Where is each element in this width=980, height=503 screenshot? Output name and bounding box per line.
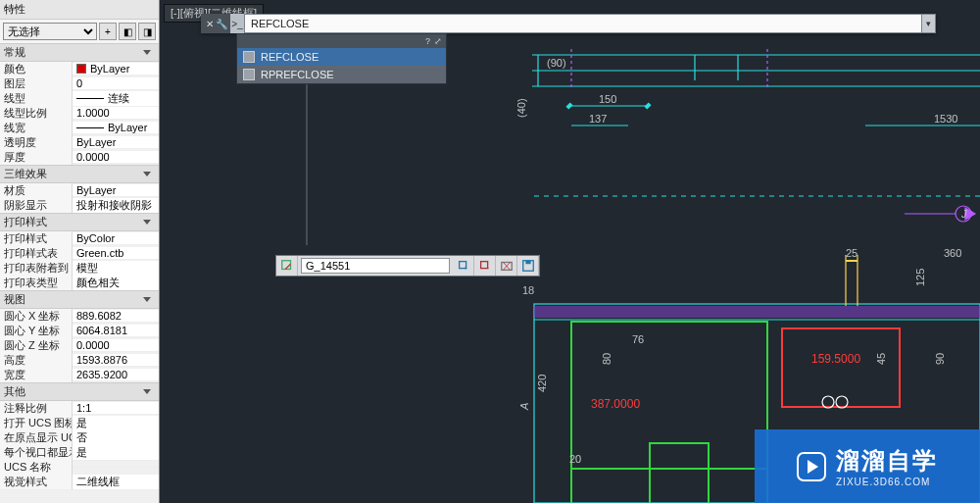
prop-name: 圆心 Z 坐标 — [0, 338, 73, 354]
lineweight-icon — [76, 127, 104, 128]
expand-icon[interactable]: ⤢ — [434, 36, 442, 46]
prop-value[interactable]: ByLayer — [73, 136, 159, 149]
category-label: 三维效果 — [4, 167, 47, 181]
prop-value[interactable]: 1593.8876 — [73, 354, 159, 367]
svg-rect-52 — [525, 261, 530, 265]
prop-value[interactable]: 0.0000 — [73, 339, 159, 352]
prop-value[interactable]: 2635.9200 — [73, 369, 159, 381]
prop-name: 高度 — [0, 353, 73, 369]
svg-rect-22 — [534, 306, 980, 318]
refedit-toolbar[interactable]: + − — [275, 255, 540, 277]
refedit-edit-button[interactable] — [276, 256, 298, 276]
svg-text:125: 125 — [914, 269, 926, 286]
close-icon[interactable]: ✕ — [206, 19, 214, 29]
category-label: 常规 — [4, 45, 25, 60]
pickadd-toggle-button[interactable]: ◧ — [119, 23, 136, 40]
svg-text:−: − — [485, 265, 489, 272]
refedit-remove-button[interactable]: − — [474, 256, 496, 276]
drawing-canvas[interactable]: [-][俯视][二维线框] 150 137 — [160, 0, 980, 503]
svg-text:25: 25 — [846, 247, 858, 259]
category-label: 其他 — [4, 384, 25, 399]
svg-rect-20 — [571, 322, 767, 469]
prop-name: 在原点显示 UC... — [0, 430, 73, 446]
prop-name: 打印样式 — [0, 231, 73, 247]
prop-value[interactable]: 0.0000 — [73, 151, 159, 164]
prop-name: 打印表类型 — [0, 276, 73, 291]
quick-select-button[interactable]: + — [99, 23, 117, 40]
prop-value[interactable]: ByLayer — [73, 122, 159, 134]
svg-text:360: 360 — [944, 247, 961, 259]
svg-text:A: A — [518, 403, 530, 411]
prop-value[interactable]: ByLayer — [73, 63, 159, 75]
wrench-icon[interactable]: 🔧 — [216, 19, 227, 29]
prop-value[interactable]: 模型 — [73, 261, 159, 277]
prop-name: 颜色 — [0, 62, 73, 77]
prop-value[interactable]: 投射和接收阴影 — [73, 198, 159, 214]
linetype-icon — [76, 98, 104, 99]
prop-value[interactable]: 连续 — [73, 91, 159, 107]
suggestion-item[interactable]: RPREFCLOSE — [237, 66, 446, 83]
svg-text:(40): (40) — [515, 98, 527, 118]
prop-name: 透明度 — [0, 135, 73, 151]
category-view[interactable]: 视图 — [0, 290, 159, 309]
category-label: 打印样式 — [4, 215, 47, 229]
selection-dropdown[interactable]: 无选择 — [3, 23, 97, 40]
prop-name: 打开 UCS 图标 — [0, 416, 73, 431]
suggestion-item[interactable]: REFCLOSE — [237, 48, 446, 66]
prop-name: 材质 — [0, 183, 73, 199]
prop-value[interactable]: 是 — [73, 416, 159, 431]
properties-palette: 特性 无选择 + ◧ ◨ 常规 颜色ByLayer 图层0 线型连续 线型比例1… — [0, 0, 160, 503]
chevron-down-icon — [143, 172, 151, 176]
svg-rect-44 — [644, 102, 651, 109]
prop-value[interactable]: 1.0000 — [73, 107, 159, 120]
prop-name: 厚度 — [0, 150, 73, 166]
prop-value[interactable]: 否 — [73, 430, 159, 446]
prop-value[interactable]: 889.6082 — [73, 310, 159, 323]
help-icon[interactable]: ? — [425, 36, 430, 46]
prop-name: 打印表附着到 — [0, 261, 73, 277]
svg-text:+: + — [464, 265, 467, 272]
command-history-dropdown[interactable]: ▾ — [922, 14, 936, 33]
svg-text:420: 420 — [536, 375, 548, 392]
svg-text:1530: 1530 — [934, 113, 957, 125]
category-misc[interactable]: 其他 — [0, 382, 159, 401]
command-icon — [243, 69, 255, 80]
palette-title: 特性 — [0, 0, 159, 20]
refedit-save-button[interactable] — [517, 256, 539, 276]
prop-value[interactable]: 颜色相关 — [73, 276, 159, 291]
watermark-url: ZIXUE.3D66.COM — [836, 477, 938, 487]
prop-value[interactable]: 0 — [73, 77, 159, 90]
prop-value[interactable]: Green.ctb — [73, 247, 159, 260]
category-3d[interactable]: 三维效果 — [0, 165, 159, 183]
svg-text:90: 90 — [934, 353, 946, 365]
prop-value[interactable]: ByColor — [73, 232, 159, 245]
refedit-layer-input[interactable] — [301, 258, 450, 274]
prop-value[interactable]: 6064.8181 — [73, 325, 159, 337]
prop-name: 注释比例 — [0, 401, 73, 417]
command-bar-handle[interactable]: ✕ 🔧 — [201, 14, 230, 33]
chevron-down-icon — [143, 297, 151, 302]
prop-name: 阴影显示 — [0, 198, 73, 214]
prop-value[interactable]: 是 — [73, 445, 159, 461]
color-swatch-icon — [76, 64, 86, 74]
command-icon — [243, 51, 255, 63]
svg-text:(90): (90) — [547, 57, 566, 69]
prop-name: 视觉样式 — [0, 475, 73, 490]
category-general[interactable]: 常规 — [0, 43, 159, 62]
svg-text:80: 80 — [601, 353, 612, 365]
prop-value[interactable]: 二维线框 — [73, 475, 159, 490]
prop-name: 线型比例 — [0, 106, 73, 122]
svg-text:20: 20 — [569, 453, 581, 465]
command-input[interactable] — [244, 14, 922, 33]
refedit-add-button[interactable]: + — [453, 256, 474, 276]
selection-row: 无选择 + ◧ ◨ — [0, 20, 159, 43]
prop-name: 打印样式表 — [0, 246, 73, 262]
select-objects-button[interactable]: ◨ — [138, 23, 156, 40]
svg-text:159.5000: 159.5000 — [811, 352, 860, 366]
prop-value[interactable] — [73, 467, 159, 468]
refedit-discard-button[interactable] — [496, 256, 517, 276]
prop-value[interactable]: ByLayer — [73, 184, 159, 197]
prop-value[interactable]: 1:1 — [73, 402, 159, 415]
prop-name: 图层 — [0, 76, 73, 92]
category-plotstyle[interactable]: 打印样式 — [0, 213, 159, 231]
